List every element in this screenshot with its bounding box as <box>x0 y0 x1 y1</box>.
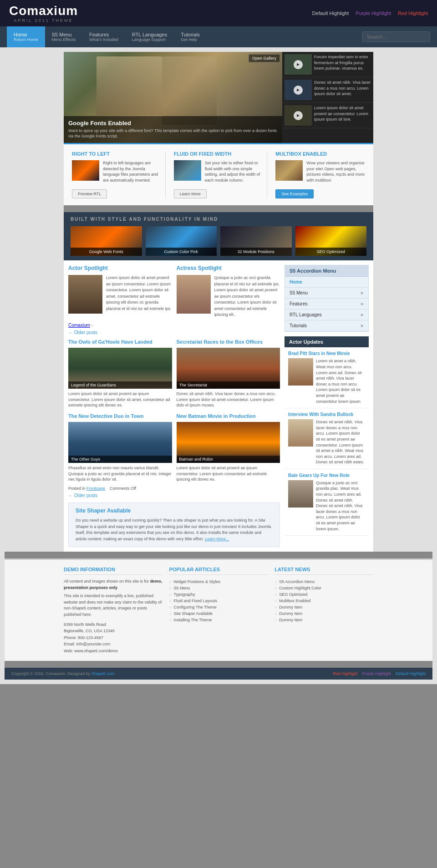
purple-highlight-link[interactable]: Purple Highlight <box>356 10 391 16</box>
info-col-rtl-title: RIGHT TO LEFT <box>72 151 162 157</box>
update-brad: Brad Pitt Stars in New Movie Lorem sit a… <box>285 347 369 408</box>
preview-rtl-button[interactable]: Preview RTL <box>72 189 107 198</box>
post-detective-title[interactable]: The New Detective Duo in Town <box>68 413 172 419</box>
thumb-image-1: ▶ <box>285 54 312 75</box>
feature-label-3: 32 Module Positions <box>220 248 292 256</box>
accordion-tutorials[interactable]: Tutorials ▶ <box>285 320 368 331</box>
update-bale-content: Quisque a justo ac orci gravida plac. We… <box>288 480 365 532</box>
address-street: 6399 North Wells Road <box>64 621 163 628</box>
nav-features[interactable]: Features What's Included <box>82 26 125 47</box>
breadcrumb-link[interactable]: Comaxium <box>68 323 90 328</box>
feature-module-positions[interactable]: 32 Module Positions <box>220 226 292 256</box>
feature-seo[interactable]: SEO Optimized <box>295 226 367 256</box>
update-brad-title[interactable]: Brad Pitt Stars in New Movie <box>288 351 365 356</box>
actress-spotlight-content: Quisque a justo ac orci gravida placerat… <box>177 275 280 318</box>
update-bale-title[interactable]: Bale Gears Up For New Role <box>288 473 365 478</box>
nav-rtl[interactable]: RTL Languages Language Support <box>125 26 174 47</box>
open-gallery-button[interactable]: Open Gallery <box>249 54 280 62</box>
actress-spotlight: Actress Spotlight Quisque a justo ac orc… <box>177 265 280 318</box>
post-detective: The New Detective Duo in Town The Other … <box>68 413 172 482</box>
accordion-features[interactable]: Features ▶ <box>285 299 368 310</box>
search-input[interactable] <box>362 31 430 42</box>
features-band: BUILT WITH STYLE AND FUNCTIONALITY IN MI… <box>64 212 373 260</box>
update-sandra-text: Donec sit amet nibh. Viva lacer donec a … <box>316 419 365 465</box>
play-button-3[interactable]: ▶ <box>294 111 303 120</box>
copyright-purple-link[interactable]: Purple Highlight <box>362 671 391 676</box>
hero-title: Google Fonts Enabled <box>68 120 278 127</box>
nav-tutorials[interactable]: Tutorials Get Help <box>174 26 207 47</box>
accordion-home[interactable]: Home <box>285 277 368 288</box>
accordion-tutorials-arrow: ▶ <box>361 324 364 328</box>
hero-section: Open Gallery Google Fonts Enabled Want t… <box>64 52 373 143</box>
post-detective-image: The Other Guys <box>68 422 172 463</box>
post-owls-image: Legend of the Guardians <box>68 348 172 389</box>
frontpage-link[interactable]: Frontpage <box>86 486 105 491</box>
default-highlight-link[interactable]: Default Highlight <box>312 10 349 16</box>
feature-custom-color[interactable]: Custom Color Pick <box>146 226 217 256</box>
shape5-link[interactable]: Shape5.com <box>91 671 115 676</box>
popular-item-4: Fluid and Fixed Layouts <box>169 598 268 604</box>
news-item-5: Dummy Item <box>274 604 373 610</box>
post-batman-caption: Batman and Robin <box>177 456 280 463</box>
older-posts-link-bottom[interactable]: ← Older posts <box>68 493 280 498</box>
accordion-s5menu[interactable]: S5 Menu ▶ <box>285 288 368 299</box>
post-owls-title[interactable]: The Owls of Ga'Hoole Have Landed <box>68 339 172 345</box>
inner-content: Open Gallery Google Fonts Enabled Want t… <box>64 52 373 552</box>
feature-image-2: Custom Color Pick <box>146 226 217 256</box>
popular-item-3: Typography <box>169 591 268 598</box>
play-button-1[interactable]: ▶ <box>294 60 303 69</box>
nav-tutorials-sub: Get Help <box>181 37 200 42</box>
actor-spotlight-content: Lorem ipsum dolor sit amet proeml ae ips… <box>68 275 172 314</box>
address-web: Web: www.shape5.com/demo <box>64 648 163 654</box>
nav-s5menu[interactable]: S5 Menu Menu Effects <box>45 26 82 47</box>
see-examples-button[interactable]: See Examples <box>275 189 314 198</box>
site-shaper-learn-more[interactable]: Learn More... <box>205 537 229 541</box>
update-sandra-title[interactable]: Interview With Sandra Bullock <box>288 412 365 417</box>
copyright-highlight-links: Red Highlight Purple Highlight Default H… <box>333 671 426 676</box>
footer-popular-col: Popular Articles Widget Positions & Styl… <box>169 567 268 654</box>
red-highlight-link[interactable]: Red Highlight <box>398 10 428 16</box>
actor-spotlight-image <box>68 275 102 314</box>
accordion-tutorials-label: Tutorials <box>290 323 307 328</box>
post-secretariat-title[interactable]: Secretariat Races to the Box Offices <box>177 339 280 345</box>
accordion-rtl[interactable]: RTL Languages ▶ <box>285 310 368 320</box>
nav-home-label: Home <box>14 32 27 37</box>
post-batman-title[interactable]: New Batman Movie in Production <box>177 413 280 419</box>
popular-item-6: Site Shaper Available <box>169 610 268 617</box>
post-batman: New Batman Movie in Production Batman an… <box>177 413 280 482</box>
feature-image-1: Google Web Fonts <box>71 226 142 256</box>
feature-google-fonts[interactable]: Google Web Fonts <box>71 226 142 256</box>
accordion-s5menu-label: S5 Menu <box>290 290 308 295</box>
footer-demo-text2: This site is intended to exemplify a liv… <box>64 593 163 618</box>
copyright-default-link[interactable]: Default Highlight <box>396 671 426 676</box>
nav-rtl-label: RTL Languages <box>132 32 168 37</box>
update-bale: Bale Gears Up For New Role Quisque a jus… <box>285 469 369 536</box>
copyright-red-link[interactable]: Red Highlight <box>333 671 357 676</box>
learn-more-button[interactable]: Learn More <box>174 189 207 198</box>
address-city: Bigtonwille, CO, USA 12345 <box>64 628 163 634</box>
breadcrumb-separator: › <box>91 323 93 328</box>
nav-home[interactable]: Home Return Home <box>7 26 45 47</box>
update-brad-text: Lorem sit amet a nibh. Weat mus non arcu… <box>316 358 365 404</box>
news-item-4: Multibox Enabled <box>274 598 373 604</box>
footer-news-col: Latest News S5 Accordion Menu Custom Hig… <box>274 567 373 654</box>
play-button-2[interactable]: ▶ <box>294 86 303 95</box>
thumb-text-2: Donec sit amet nibh. Viva lacer donec a … <box>314 80 371 100</box>
thumb-text-3: Lorem ipsum dolor sit amet proeml ae con… <box>314 105 371 126</box>
post-batman-image: Batman and Robin <box>177 422 280 463</box>
accordion-features-arrow: ▶ <box>361 302 364 306</box>
main-wrapper: Open Gallery Google Fonts Enabled Want t… <box>0 47 437 684</box>
actor-updates-box: Actor Updates Brad Pitt Stars in New Mov… <box>285 336 369 536</box>
copyright-bar: Copyright © 2016. Comaxium. Designed by … <box>5 668 432 680</box>
accordion-rtl-label: RTL Languages <box>290 312 322 317</box>
nav-features-sub: What's Included <box>89 37 118 42</box>
section-divider-2 <box>5 552 432 558</box>
footer-demo-col: Demo Information All content and images … <box>64 567 163 654</box>
right-sidebar: S5 Accordion Menu Home S5 Menu ▶ Feature… <box>285 265 369 547</box>
posted-in-label: Posted in <box>68 486 86 491</box>
hero-thumbs: ▶ Foruim imperdiet sem in enim fermentum… <box>282 52 373 143</box>
left-content: Actor Spotlight Lorem ipsum dolor sit am… <box>68 265 280 547</box>
post-owls-caption: Legend of the Guardians <box>68 381 172 389</box>
older-posts-link-top[interactable]: ← Older posts <box>68 330 280 335</box>
latest-news-list: S5 Accordion Menu Custom Highlight Color… <box>274 579 373 623</box>
